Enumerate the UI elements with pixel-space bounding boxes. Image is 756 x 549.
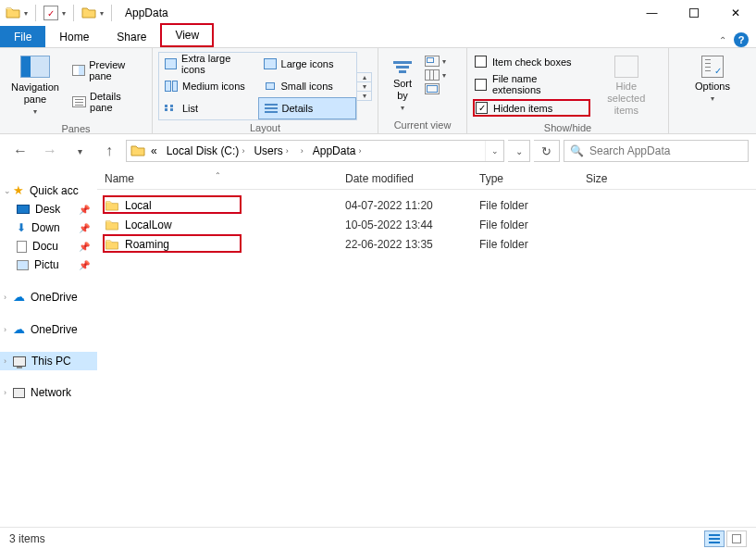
details-pane-button[interactable]: Details pane <box>68 89 146 115</box>
pc-icon <box>13 356 26 367</box>
address-row: ← → ▾ ↑ « Local Disk (C:)› Users› › AppD… <box>0 134 756 168</box>
nav-onedrive-1[interactable]: ›☁OneDrive <box>0 287 97 306</box>
column-size[interactable]: Size <box>578 172 756 185</box>
folder-icon <box>81 6 96 21</box>
view-list[interactable]: List <box>159 97 258 119</box>
breadcrumb-appdata[interactable]: AppData› <box>309 144 366 157</box>
qat-properties-icon[interactable]: ✓ <box>43 6 58 20</box>
list-icon <box>165 103 178 114</box>
tab-share[interactable]: Share <box>103 26 160 47</box>
file-type: File folder <box>472 199 578 212</box>
pin-icon: 📌 <box>79 260 93 270</box>
up-button[interactable]: ↑ <box>96 138 122 164</box>
add-columns-button[interactable]: ▾ <box>425 69 446 81</box>
breadcrumb-user[interactable]: › <box>294 146 307 156</box>
sort-icon <box>390 56 415 78</box>
ribbon-tabs: File Home Share View ⌃ ? <box>0 26 756 48</box>
hidden-items-toggle[interactable]: Hidden items <box>473 99 590 117</box>
navigation-pane-button[interactable]: Navigation pane ▾ <box>6 52 65 121</box>
file-name: LocalLow <box>125 218 172 231</box>
item-check-boxes-toggle[interactable]: Item check boxes <box>473 54 590 69</box>
maximize-button[interactable] <box>673 0 714 26</box>
checkbox-icon <box>475 56 487 68</box>
download-icon: ⬇ <box>17 221 26 234</box>
file-row[interactable]: Roaming22-06-2022 13:35File folder <box>97 234 756 254</box>
hide-selected-items-button[interactable]: Hide selected items <box>590 52 663 120</box>
pin-icon: 📌 <box>79 205 93 215</box>
folder-icon <box>105 199 119 211</box>
tab-view[interactable]: View <box>160 23 214 47</box>
network-icon <box>13 388 25 398</box>
file-row[interactable]: LocalLow10-05-2022 13:44File folder <box>97 215 756 234</box>
folder-icon <box>105 218 119 231</box>
nav-documents[interactable]: Docu📌 <box>0 237 97 256</box>
group-by-button[interactable]: ▾ <box>425 56 446 67</box>
options-button[interactable]: Options ▾ <box>689 52 736 108</box>
cloud-icon: ☁ <box>13 322 25 336</box>
view-small-icons[interactable]: Small icons <box>258 75 357 97</box>
view-extra-large-icons[interactable]: Extra large icons <box>159 53 258 75</box>
file-type: File folder <box>472 238 578 251</box>
search-placeholder: Search AppData <box>589 144 670 157</box>
file-row[interactable]: Local04-07-2022 11:20File folder <box>97 195 756 215</box>
view-medium-icons[interactable]: Medium icons <box>159 75 258 97</box>
column-date[interactable]: Date modified <box>338 172 472 185</box>
nav-network[interactable]: ›Network <box>0 383 97 402</box>
layout-scroll-down[interactable]: ▾ <box>357 82 371 92</box>
collapse-ribbon-button[interactable]: ⌃ <box>719 35 726 45</box>
size-columns-button[interactable] <box>425 83 446 94</box>
nav-pictures[interactable]: Pictu📌 <box>0 256 97 274</box>
desktop-icon <box>17 205 30 214</box>
navigation-pane: ⌄★Quick acc Desk📌 ⬇Down📌 Docu📌 Pictu📌 ›☁… <box>0 168 97 527</box>
forward-button[interactable]: → <box>37 138 63 164</box>
title-bar: ▾ ✓ ▾ ▾ AppData — ✕ <box>0 0 756 26</box>
breadcrumb-c[interactable]: Local Disk (C:)› <box>163 144 249 157</box>
view-details[interactable]: Details <box>258 97 357 119</box>
small-icon <box>264 81 277 92</box>
minimize-button[interactable]: — <box>631 0 673 26</box>
group-label-panes: Panes <box>6 121 146 137</box>
nav-onedrive-2[interactable]: ›☁OneDrive <box>0 319 97 339</box>
qat-dropdown[interactable]: ▾ <box>24 9 28 18</box>
help-icon[interactable]: ? <box>734 32 749 47</box>
folder-icon <box>105 238 119 250</box>
pin-icon: 📌 <box>79 242 93 252</box>
options-icon <box>701 56 724 78</box>
star-icon: ★ <box>13 183 24 197</box>
window-title: AppData <box>125 6 168 19</box>
layout-scroll-up[interactable]: ▴ <box>357 73 371 82</box>
view-mode-details-button[interactable] <box>704 530 725 547</box>
large-view-icon <box>732 534 741 543</box>
tab-file[interactable]: File <box>0 26 45 47</box>
view-large-icons[interactable]: Large icons <box>258 53 357 75</box>
view-mode-large-button[interactable] <box>726 530 747 547</box>
tab-home[interactable]: Home <box>45 26 103 47</box>
layout-more[interactable]: ▾ <box>357 92 371 100</box>
nav-this-pc[interactable]: ›This PC <box>0 352 97 370</box>
close-button[interactable]: ✕ <box>714 0 756 26</box>
address-dropdown[interactable]: ⌄ <box>485 141 503 161</box>
ribbon: Navigation pane ▾ Preview pane Details p… <box>0 48 756 134</box>
nav-desktop[interactable]: Desk📌 <box>0 200 97 218</box>
nav-quick-access[interactable]: ⌄★Quick acc <box>0 181 97 200</box>
refresh-button[interactable]: ↻ <box>534 140 560 162</box>
details-pane-icon <box>72 96 86 107</box>
preview-pane-button[interactable]: Preview pane <box>68 57 146 83</box>
column-name[interactable]: Name⌃ <box>97 172 338 185</box>
back-button[interactable]: ← <box>7 138 33 164</box>
column-type[interactable]: Type <box>472 172 578 185</box>
status-bar: 3 items <box>0 527 756 549</box>
address-bar[interactable]: « Local Disk (C:)› Users› › AppData› ⌄ <box>126 140 504 162</box>
search-input[interactable]: 🔍 Search AppData <box>564 140 749 162</box>
qat-dropdown-2[interactable]: ▾ <box>62 9 66 18</box>
cloud-icon: ☁ <box>13 290 25 304</box>
address-history-button[interactable]: ⌄ <box>508 140 530 162</box>
file-list: Name⌃ Date modified Type Size Local04-07… <box>97 168 756 527</box>
recent-locations-button[interactable]: ▾ <box>67 138 93 164</box>
sort-by-button[interactable]: Sort by ▾ <box>384 52 421 118</box>
nav-downloads[interactable]: ⬇Down📌 <box>0 218 97 237</box>
breadcrumb-users[interactable]: Users› <box>250 144 291 157</box>
qat-dropdown-3[interactable]: ▾ <box>100 9 104 18</box>
folder-icon <box>130 143 145 159</box>
file-name-extensions-toggle[interactable]: File name extensions <box>473 71 590 97</box>
